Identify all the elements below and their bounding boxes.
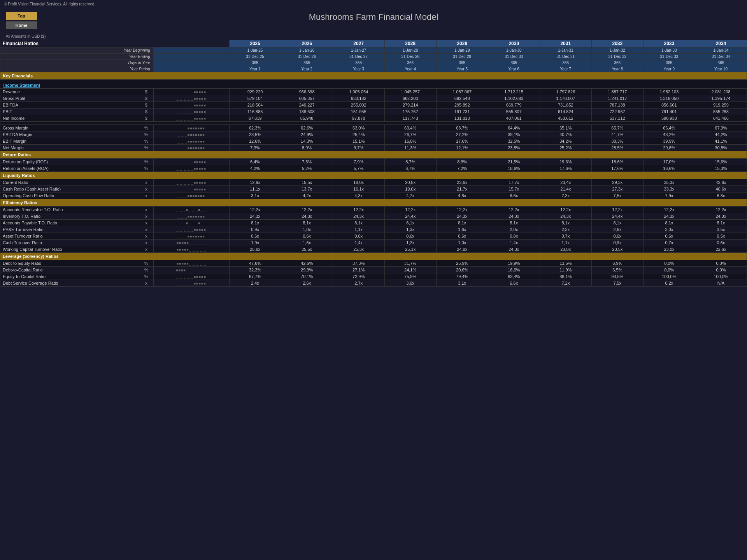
currency-note: All Amounts in USD ($) <box>0 33 747 40</box>
ebitda-row: EBITDA $ _ _ _ _ _■■■■■ 218.504 240.227 … <box>0 102 747 108</box>
roe-row: Return on Equity (ROE) % _ _ _ _ _■■■■■ … <box>0 159 747 165</box>
year-header-2031: 2031 <box>540 40 591 47</box>
inv-turnover-row: Inventory T.O. Ratio x _ _ _■■■■■■■ 24,3… <box>0 213 747 220</box>
page-title: Mushrooms Farm Financial Model <box>39 8 708 24</box>
wc-turnover-row: Working Capital Turnover Ratio x ■■■■■_ … <box>0 246 747 253</box>
ebit-margin-row: EBIT Margin % _ _ _■■■■■■■ 12,6% 14,3% 1… <box>0 138 747 145</box>
debt-capital-row: Debt-to-Capital Ratio % ■■■■_ _ _ _ _ _ … <box>0 267 747 273</box>
roa-row: Return on Assets (ROA) % _ _ _ _ _■■■■■ … <box>0 165 747 172</box>
year-header-2027: 2027 <box>333 40 384 47</box>
ebit-row: EBIT $ _ _ _ _ _■■■■■ 116.885 138.608 15… <box>0 108 747 115</box>
cash-ratio-row: Cash Ratio (Cash Asset Ratio) x _ _ _ _ … <box>0 186 747 192</box>
equity-capital-row: Equity-to-Capital Ratio % _ _ _ _ _■■■■■… <box>0 273 747 280</box>
table-header-row: Financial Ratios 2025 2026 2027 2028 202… <box>0 40 747 47</box>
cash-turnover-row: Cash Turnover Ratio x ■■■■■_ _ _ _ _ 1,9… <box>0 240 747 246</box>
year-header-2032: 2032 <box>591 40 643 47</box>
year-header-2026: 2026 <box>281 40 333 47</box>
liquidity-ratios-header: Liquidity Ratios <box>0 172 747 179</box>
key-financials-header: Key Financials <box>0 72 747 80</box>
asset-turnover-row: Asset Turnover Ratio x _ _ _■■■■■■■ 0,6x… <box>0 233 747 240</box>
gross-margin-row: Gross Margin % _ _ _■■■■■■■ 62,3% 62,6% … <box>0 125 747 131</box>
top-button[interactable]: Top <box>6 12 37 20</box>
net-income-row: Net Income $ _ _ _ _ _■■■■■ 67.819 85.94… <box>0 115 747 122</box>
ppe-turnover-row: PP&E Turnover Ratio x _ _ _ _ _■■■■■ 0,9… <box>0 226 747 233</box>
return-ratios-header: Return Ratios <box>0 151 747 159</box>
days-in-year-row: Days in Year 365 365 365 366 365 365 365… <box>0 60 747 66</box>
dscr-row: Debt Service Coverage Ratio x _ _ _ _ _■… <box>0 280 747 287</box>
year-header-2034: 2034 <box>695 40 747 47</box>
year-header-2029: 2029 <box>436 40 488 47</box>
year-header-2025: 2025 <box>229 40 281 47</box>
ebitda-margin-row: EBITDA Margin % _ _ _■■■■■■■ 23,5% 24,9%… <box>0 131 747 138</box>
year-header-2033: 2033 <box>643 40 695 47</box>
year-header-2030: 2030 <box>488 40 540 47</box>
year-header-2028: 2028 <box>384 40 436 47</box>
year-period-row: Year Period Year 1 Year 2 Year 3 Year 4 … <box>0 66 747 72</box>
leverage-ratios-header: Leverage (Solvency) Ratios <box>0 253 747 260</box>
debt-equity-row: Debt-to-Equity Ratio % ■■■■■_ _ _ _ _ 47… <box>0 260 747 267</box>
home-button[interactable]: Home <box>6 21 37 29</box>
current-ratio-row: Current Ratio x _ _ _ _ _■■■■■ 12,9x 15,… <box>0 179 747 186</box>
ar-turnover-row: Accounts Receivable T.O. Ratio x _ _ _■_… <box>0 206 747 213</box>
year-ending-row: Year Ending 31-Dec-25 31-Dec-26 31-Dec-2… <box>0 54 747 60</box>
revenue-row: Revenue $ _ _ _ _ _■■■■■ 929.229 966.398… <box>0 89 747 95</box>
year-beginning-row: Year Beginning 1-Jan-25 1-Jan-26 1-Jan-2… <box>0 47 747 54</box>
net-margin-row: Net Margin % _ _ _■■■■■■■ 7,3% 8,9% 9,7%… <box>0 145 747 151</box>
ap-turnover-row: Accounts Payable T.O. Ratio x _ _ _■_ _ … <box>0 220 747 226</box>
copyright-bar: © Profit Vision Financial Services. All … <box>0 0 747 8</box>
income-statement-header: Income Statement <box>0 80 747 89</box>
ocf-ratio-row: Operating Cash Flow Ratio x _ _ _■■■■■■■… <box>0 192 747 199</box>
efficiency-ratios-header: Efficiency Ratios <box>0 199 747 206</box>
section-title: Financial Ratios <box>0 40 230 47</box>
gross-profit-row: Gross Profit $ _ _ _ _ _■■■■■ 579.104 60… <box>0 95 747 102</box>
